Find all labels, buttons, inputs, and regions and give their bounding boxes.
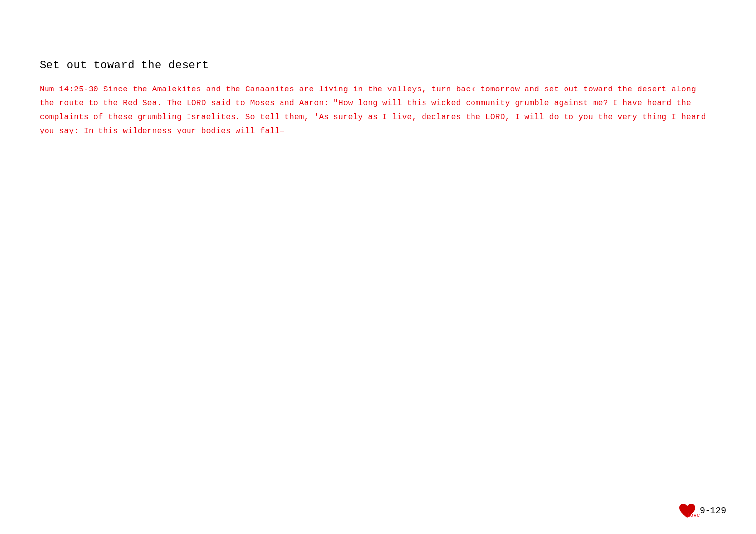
page-number: 9-129 [700,506,726,516]
scripture-text: Num 14:25-30 Since the Amalekites and th… [40,83,708,138]
scripture-body: Since the Amalekites and the Canaanites … [40,85,706,135]
footer: love 9-129 [678,502,726,519]
scripture-reference: Num 14:25-30 [40,85,98,94]
section-title: Set out toward the desert [40,59,716,72]
heart-logo: love [678,502,697,519]
page-container: Set out toward the desert Num 14:25-30 S… [0,0,756,534]
brand-text: love [687,512,700,518]
